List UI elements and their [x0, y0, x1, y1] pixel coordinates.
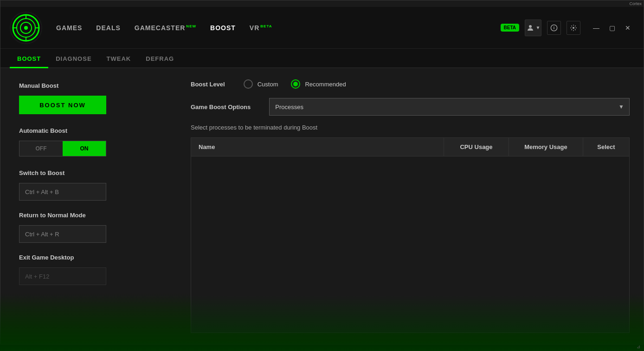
nav-links: GAMES DEALS GAMECASTERNEW BOOST VRBETA: [56, 24, 501, 32]
manual-boost-label: Manual Boost: [19, 82, 158, 89]
custom-radio-circle[interactable]: [244, 79, 253, 89]
maximize-button[interactable]: ▢: [605, 21, 618, 34]
recommended-radio-item[interactable]: Recommended: [291, 79, 346, 89]
tab-diagnose[interactable]: DIAGNOSE: [48, 51, 99, 68]
switch-to-boost-shortcut[interactable]: Ctrl + Alt + B: [19, 183, 106, 201]
return-to-normal-section: Return to Normal Mode Ctrl + Alt + R: [19, 212, 158, 243]
nav-vr[interactable]: VRBETA: [250, 24, 272, 32]
table-header: Name CPU Usage Memory Usage Select: [191, 138, 629, 156]
title-bar: Cortex: [0, 0, 644, 7]
vr-badge: BETA: [260, 24, 272, 28]
info-icon: i: [550, 24, 558, 32]
return-to-normal-label: Return to Normal Mode: [19, 212, 158, 219]
tab-boost[interactable]: BOOST: [10, 51, 48, 68]
main-window: Cortex GAMES DEALS GAMECASTERNEW BOOST: [0, 0, 644, 344]
close-button[interactable]: ✕: [621, 21, 634, 34]
nav-deals[interactable]: DEALS: [96, 24, 120, 32]
title-bar-text: Cortex: [629, 1, 642, 6]
right-panel: Boost Level Custom Recommended Game Boos…: [177, 68, 644, 344]
game-boost-dropdown[interactable]: Processes Services All: [269, 98, 630, 116]
exit-game-desktop-section: Exit Game Desktop Alt + F12: [19, 254, 158, 285]
toggle-on-option[interactable]: ON: [63, 141, 106, 156]
beta-badge: BETA: [501, 24, 519, 32]
logo-icon: [12, 14, 40, 42]
nav-boost[interactable]: BOOST: [210, 24, 236, 32]
boost-level-row: Boost Level Custom Recommended: [191, 79, 630, 89]
recommended-radio-label: Recommended: [305, 81, 346, 88]
svg-point-11: [573, 27, 574, 29]
settings-button[interactable]: [567, 21, 580, 35]
process-table: Name CPU Usage Memory Usage Select: [191, 137, 630, 333]
boost-now-button[interactable]: BOOST NOW: [19, 96, 106, 114]
window-controls: — ▢ ✕: [590, 21, 634, 34]
game-boost-options-label: Game Boost Options: [191, 104, 251, 110]
boost-level-radio-group: Custom Recommended: [244, 79, 346, 89]
svg-point-8: [529, 25, 532, 28]
svg-text:i: i: [554, 26, 554, 30]
return-to-normal-shortcut[interactable]: Ctrl + Alt + R: [19, 225, 106, 243]
col-cpu-header: CPU Usage: [444, 138, 509, 156]
automatic-boost-label: Automatic Boost: [19, 127, 158, 134]
profile-button[interactable]: ▼: [525, 20, 541, 36]
col-select-header: Select: [583, 138, 629, 156]
automatic-boost-section: Automatic Boost OFF ON: [19, 127, 158, 156]
boost-level-label: Boost Level: [191, 81, 225, 88]
nav-gamecaster[interactable]: GAMECASTERNEW: [135, 24, 196, 32]
tab-defrag[interactable]: DEFRAG: [138, 51, 181, 68]
switch-to-boost-label: Switch to Boost: [19, 169, 158, 176]
exit-game-desktop-shortcut[interactable]: Alt + F12: [19, 267, 106, 285]
custom-radio-label: Custom: [258, 81, 278, 88]
automatic-boost-toggle[interactable]: OFF ON: [19, 141, 106, 156]
left-panel: Manual Boost BOOST NOW Automatic Boost O…: [0, 68, 177, 344]
profile-icon: [526, 24, 535, 32]
table-body: [191, 156, 629, 332]
sub-nav: BOOST DIAGNOSE TWEAK DEFRAG: [0, 49, 644, 68]
exit-game-desktop-label: Exit Game Desktop: [19, 254, 158, 261]
resize-handle[interactable]: ⊿: [637, 344, 640, 349]
header: GAMES DEALS GAMECASTERNEW BOOST VRBETA B…: [0, 7, 644, 49]
toggle-off-option[interactable]: OFF: [19, 141, 63, 156]
recommended-radio-circle[interactable]: [291, 79, 300, 89]
game-boost-dropdown-wrapper: Processes Services All ▼: [269, 98, 630, 116]
minimize-button[interactable]: —: [590, 21, 603, 34]
nav-games[interactable]: GAMES: [56, 24, 82, 32]
processes-info-text: Select processes to be terminated during…: [191, 124, 630, 131]
col-name-header: Name: [191, 138, 444, 156]
col-memory-header: Memory Usage: [509, 138, 583, 156]
gamecaster-badge: NEW: [186, 24, 196, 28]
switch-to-boost-section: Switch to Boost Ctrl + Alt + B: [19, 169, 158, 201]
header-right: BETA ▼ i —: [501, 20, 634, 36]
game-boost-options-row: Game Boost Options Processes Services Al…: [191, 98, 630, 116]
app-logo: [10, 12, 42, 44]
custom-radio-item[interactable]: Custom: [244, 79, 278, 89]
tab-tweak[interactable]: TWEAK: [99, 51, 139, 68]
svg-point-3: [24, 26, 28, 30]
gear-icon: [570, 24, 577, 32]
info-button[interactable]: i: [547, 21, 561, 35]
content-area: Manual Boost BOOST NOW Automatic Boost O…: [0, 68, 644, 344]
